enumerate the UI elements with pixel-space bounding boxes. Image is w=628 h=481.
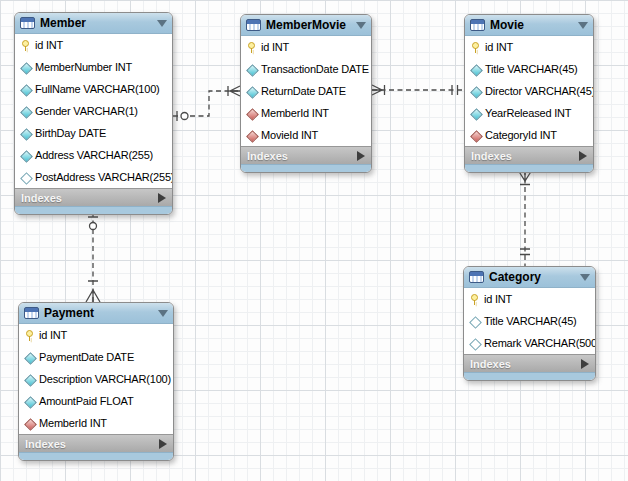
column-notnull-icon <box>24 374 35 385</box>
column-row[interactable]: TransactionDate DATE <box>241 58 371 80</box>
column-row[interactable]: id INT <box>464 288 595 310</box>
column-label: id INT <box>39 329 67 341</box>
table-membermovie[interactable]: MemberMovie id INT TransactionDate DATE … <box>240 14 372 173</box>
column-row[interactable]: Director VARCHAR(45) <box>465 80 593 102</box>
column-row[interactable]: FullName VARCHAR(100) <box>15 78 172 100</box>
column-label: id INT <box>484 293 512 305</box>
indexes-label: Indexes <box>247 150 357 162</box>
table-category-indexes[interactable]: Indexes <box>464 354 595 372</box>
column-label: Address VARCHAR(255) <box>35 149 153 161</box>
collapse-arrow-icon[interactable] <box>157 20 167 27</box>
eer-diagram-canvas[interactable]: Member id INT MemberNumber INT FullName … <box>0 0 628 481</box>
column-row[interactable]: id INT <box>465 36 593 58</box>
relationship-membermovie-movie[interactable] <box>372 85 464 95</box>
column-notnull-icon <box>246 64 257 75</box>
foreign-key-icon <box>24 418 35 429</box>
column-label: Description VARCHAR(100) <box>39 373 171 385</box>
foreign-key-icon <box>470 130 481 141</box>
column-row[interactable]: PostAddress VARCHAR(255) <box>15 166 172 188</box>
table-movie-columns: id INT Title VARCHAR(45) Director VARCHA… <box>465 36 593 146</box>
column-label: Title VARCHAR(45) <box>485 63 578 75</box>
table-title: MemberMovie <box>266 18 351 32</box>
table-payment[interactable]: Payment id INT PaymentDate DATE Descript… <box>18 302 174 461</box>
collapse-arrow-icon[interactable] <box>580 274 590 281</box>
column-label: id INT <box>35 39 63 51</box>
column-row[interactable]: id INT <box>19 324 173 346</box>
table-category[interactable]: Category id INT Title VARCHAR(45) Remark… <box>463 266 596 381</box>
collapse-arrow-icon[interactable] <box>356 22 366 29</box>
table-payment-columns: id INT PaymentDate DATE Description VARC… <box>19 324 173 434</box>
column-label: CategoryId INT <box>485 129 557 141</box>
column-row[interactable]: MemberNumber INT <box>15 56 172 78</box>
column-notnull-icon <box>20 150 31 161</box>
column-row[interactable]: id INT <box>15 34 172 56</box>
expand-arrow-icon <box>159 439 167 449</box>
column-row[interactable]: Remark VARCHAR(500) <box>464 332 595 354</box>
column-row[interactable]: AmountPaid FLOAT <box>19 390 173 412</box>
column-row[interactable]: PaymentDate DATE <box>19 346 173 368</box>
column-notnull-icon <box>24 352 35 363</box>
column-row[interactable]: Gender VARCHAR(1) <box>15 100 172 122</box>
column-label: PostAddress VARCHAR(255) <box>35 171 173 183</box>
table-movie[interactable]: Movie id INT Title VARCHAR(45) Director … <box>464 14 594 173</box>
table-category-columns: id INT Title VARCHAR(45) Remark VARCHAR(… <box>464 288 595 354</box>
collapse-arrow-icon[interactable] <box>578 22 588 29</box>
expand-arrow-icon <box>579 151 587 161</box>
column-notnull-icon <box>20 62 31 73</box>
column-row[interactable]: Title VARCHAR(45) <box>465 58 593 80</box>
column-row[interactable]: MovieId INT <box>241 124 371 146</box>
column-row[interactable]: BirthDay DATE <box>15 122 172 144</box>
column-row[interactable]: Title VARCHAR(45) <box>464 310 595 332</box>
table-member[interactable]: Member id INT MemberNumber INT FullName … <box>14 12 173 215</box>
table-movie-header[interactable]: Movie <box>465 15 593 36</box>
column-label: id INT <box>261 41 289 53</box>
table-member-columns: id INT MemberNumber INT FullName VARCHAR… <box>15 34 172 188</box>
collapse-arrow-icon[interactable] <box>158 310 168 317</box>
table-payment-indexes[interactable]: Indexes <box>19 434 173 452</box>
column-label: MemberId INT <box>261 107 329 119</box>
relationship-member-payment[interactable] <box>86 212 100 302</box>
relationship-member-membermovie[interactable] <box>173 86 240 121</box>
column-label: AmountPaid FLOAT <box>39 395 133 407</box>
table-bottom-bar <box>241 164 371 172</box>
indexes-label: Indexes <box>25 438 159 450</box>
column-row[interactable]: ReturnDate DATE <box>241 80 371 102</box>
column-row[interactable]: Description VARCHAR(100) <box>19 368 173 390</box>
table-membermovie-indexes[interactable]: Indexes <box>241 146 371 164</box>
primary-key-icon <box>469 294 480 305</box>
table-bottom-bar <box>464 372 595 380</box>
column-notnull-icon <box>246 86 257 97</box>
expand-arrow-icon <box>158 193 166 203</box>
column-label: Director VARCHAR(45) <box>485 85 594 97</box>
table-movie-indexes[interactable]: Indexes <box>465 146 593 164</box>
foreign-key-icon <box>246 108 257 119</box>
column-row[interactable]: MemberId INT <box>19 412 173 434</box>
column-row[interactable]: YearReleased INT <box>465 102 593 124</box>
table-icon <box>469 271 484 283</box>
table-payment-header[interactable]: Payment <box>19 303 173 324</box>
relationship-movie-category[interactable] <box>518 170 532 266</box>
primary-key-icon <box>20 40 31 51</box>
table-title: Member <box>40 16 152 30</box>
indexes-label: Indexes <box>21 192 158 204</box>
table-member-header[interactable]: Member <box>15 13 172 34</box>
column-label: Remark VARCHAR(500) <box>484 337 596 349</box>
column-row[interactable]: id INT <box>241 36 371 58</box>
column-row[interactable]: MemberId INT <box>241 102 371 124</box>
table-member-indexes[interactable]: Indexes <box>15 188 172 206</box>
column-row[interactable]: CategoryId INT <box>465 124 593 146</box>
table-icon <box>470 19 485 31</box>
column-nullable-icon <box>469 316 480 327</box>
column-nullable-icon <box>469 338 480 349</box>
table-bottom-bar <box>15 206 172 214</box>
table-title: Payment <box>44 306 153 320</box>
column-notnull-icon <box>470 86 481 97</box>
column-label: MemberId INT <box>39 417 107 429</box>
column-notnull-icon <box>470 64 481 75</box>
table-category-header[interactable]: Category <box>464 267 595 288</box>
column-row[interactable]: Address VARCHAR(255) <box>15 144 172 166</box>
table-membermovie-header[interactable]: MemberMovie <box>241 15 371 36</box>
table-bottom-bar <box>465 164 593 172</box>
table-title: Movie <box>490 18 573 32</box>
column-label: id INT <box>485 41 513 53</box>
